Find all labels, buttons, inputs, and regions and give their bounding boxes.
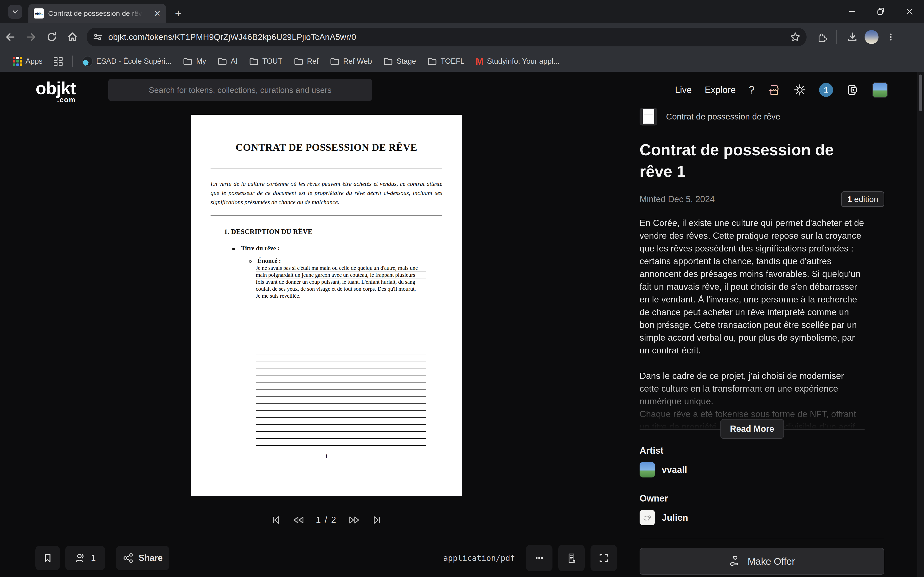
bookmark-grid[interactable] bbox=[50, 57, 66, 66]
artist-avatar[interactable] bbox=[640, 462, 655, 477]
more-options-button[interactable] bbox=[526, 545, 552, 571]
viewers-count-button[interactable]: 1 bbox=[65, 546, 105, 570]
browser-tab[interactable]: objkt Contrat de possession de rêve 1 ✕ bbox=[28, 4, 166, 23]
artist-row[interactable]: vvaall bbox=[640, 462, 884, 477]
tab-close-icon[interactable]: ✕ bbox=[154, 10, 161, 18]
site-settings-icon[interactable] bbox=[92, 32, 103, 42]
pdf-subbullet-item: Énoncé : bbox=[249, 257, 442, 264]
token-title: Contrat de possession de rêve 1 bbox=[640, 139, 868, 182]
owner-name[interactable]: Julien bbox=[662, 513, 688, 523]
activity-log-button[interactable] bbox=[558, 545, 585, 571]
browser-profile-avatar[interactable] bbox=[864, 30, 879, 44]
folder-icon bbox=[249, 56, 259, 66]
forward-button[interactable] bbox=[21, 27, 41, 47]
first-page-button[interactable] bbox=[271, 515, 281, 525]
enonce-line: fois avant de donner un coup puissant, l… bbox=[256, 279, 426, 285]
last-page-button[interactable] bbox=[372, 515, 382, 525]
minted-date: Minted Dec 5, 2024 bbox=[640, 194, 715, 205]
folder-icon bbox=[383, 56, 393, 66]
read-more-button[interactable]: Read More bbox=[720, 419, 784, 439]
blank-line bbox=[256, 404, 426, 411]
bookmark-label: AI bbox=[231, 57, 238, 66]
close-window-button[interactable] bbox=[895, 0, 924, 23]
minimize-button[interactable] bbox=[837, 0, 866, 23]
previous-page-button[interactable] bbox=[292, 515, 305, 525]
objkt-logo[interactable]: objkt .com bbox=[36, 78, 76, 104]
url-text[interactable]: objkt.com/tokens/KT1PMH9QrZjWJ46B2kp6U29… bbox=[108, 32, 356, 42]
browser-menu-icon[interactable] bbox=[880, 27, 901, 47]
blank-line bbox=[256, 355, 426, 362]
bookmark-studyinfo[interactable]: M Studyinfo: Your appl... bbox=[472, 56, 563, 66]
fullscreen-icon bbox=[598, 553, 609, 564]
nav-explore[interactable]: Explore bbox=[705, 85, 736, 95]
reload-button[interactable] bbox=[41, 27, 62, 47]
blank-line bbox=[256, 369, 426, 376]
bookmark-star-icon[interactable] bbox=[790, 32, 801, 43]
bookmark-folder-tout[interactable]: TOUT bbox=[245, 56, 286, 66]
bookmark-esad[interactable]: ESAD - École Supéri... bbox=[78, 56, 176, 67]
grid-icon bbox=[54, 57, 63, 66]
bookmark-folder-toefl[interactable]: TOEFL bbox=[423, 56, 468, 66]
mime-type-label: application/pdf bbox=[428, 546, 515, 570]
downloads-icon[interactable] bbox=[842, 27, 863, 47]
folder-icon bbox=[427, 56, 437, 66]
next-page-button[interactable] bbox=[348, 515, 360, 525]
hand-heart-icon bbox=[729, 555, 741, 567]
share-button[interactable]: Share bbox=[116, 546, 170, 570]
home-button[interactable] bbox=[62, 27, 83, 47]
scrollbar-thumb[interactable] bbox=[919, 74, 922, 111]
share-nodes-icon bbox=[123, 553, 134, 564]
esad-site-icon bbox=[82, 56, 93, 67]
tab-search-button[interactable] bbox=[8, 5, 22, 19]
browser-toolbar: objkt.com/tokens/KT1PMH9QrZjWJ46B2kp6U29… bbox=[0, 23, 924, 51]
blank-line bbox=[256, 383, 426, 390]
artist-name[interactable]: vvaall bbox=[662, 465, 687, 475]
fullscreen-button[interactable] bbox=[591, 545, 617, 571]
bookmark-folder-ai[interactable]: AI bbox=[213, 56, 242, 66]
pdf-section-heading: 1. DESCRIPTION DU RÊVE bbox=[224, 228, 442, 235]
blank-line bbox=[256, 341, 426, 348]
notification-badge[interactable]: 1 bbox=[819, 83, 833, 97]
bookmark-folder-stage[interactable]: Stage bbox=[379, 56, 420, 66]
pdf-document[interactable]: CONTRAT DE POSSESSION DE RÊVE En vertu d… bbox=[191, 115, 462, 496]
url-bar[interactable]: objkt.com/tokens/KT1PMH9QrZjWJ46B2kp6U29… bbox=[87, 27, 806, 47]
blank-line bbox=[256, 397, 426, 404]
page-indicator: 1 / 2 bbox=[316, 515, 337, 525]
bullet-dot bbox=[232, 248, 235, 250]
main-nav: Live Explore ? 1 bbox=[675, 79, 888, 101]
collection-name[interactable]: Contrat de possession de rêve bbox=[666, 112, 780, 121]
bookmark-folder-ref[interactable]: Ref bbox=[290, 56, 322, 66]
marketplace-icon[interactable] bbox=[767, 84, 780, 97]
back-button[interactable] bbox=[0, 27, 21, 47]
pdf-intro-paragraph: En vertu de la culture coréenne où les r… bbox=[210, 179, 442, 207]
bookmark-token-button[interactable] bbox=[36, 546, 60, 570]
search-box[interactable] bbox=[108, 79, 372, 101]
toolbar-divider bbox=[837, 30, 837, 44]
enonce-line: Je me suis réveillée. bbox=[256, 292, 426, 299]
page-scrollbar[interactable] bbox=[917, 72, 924, 577]
search-input[interactable] bbox=[108, 85, 372, 95]
help-icon[interactable]: ? bbox=[749, 84, 754, 96]
bookmark-folder-my[interactable]: My bbox=[179, 56, 210, 66]
make-offer-button[interactable]: Make Offer bbox=[640, 548, 884, 575]
owner-avatar[interactable] bbox=[640, 510, 655, 525]
nav-live[interactable]: Live bbox=[675, 85, 692, 95]
bookmark-label: Apps bbox=[26, 57, 43, 66]
theme-sun-icon[interactable] bbox=[793, 84, 806, 96]
apps-icon bbox=[13, 57, 22, 66]
document-icon bbox=[643, 109, 654, 124]
objkt-page: objkt .com Live Explore ? bbox=[0, 72, 924, 577]
collection-row[interactable]: Contrat de possession de rêve bbox=[640, 108, 884, 126]
pdf-title: CONTRAT DE POSSESSION DE RÊVE bbox=[210, 142, 442, 153]
bookmark-folder-refweb[interactable]: Ref Web bbox=[326, 56, 376, 66]
owner-row[interactable]: Julien bbox=[640, 510, 884, 525]
restore-button[interactable] bbox=[866, 0, 895, 23]
gmail-icon: M bbox=[475, 56, 483, 66]
user-avatar[interactable] bbox=[872, 82, 888, 98]
pdf-divider bbox=[210, 215, 442, 216]
bookmark-apps[interactable]: Apps bbox=[9, 57, 47, 66]
new-tab-button[interactable]: + bbox=[171, 6, 185, 20]
wallet-icon[interactable] bbox=[846, 84, 859, 97]
bookmark-label: Stage bbox=[397, 57, 416, 66]
extensions-icon[interactable] bbox=[811, 27, 832, 47]
